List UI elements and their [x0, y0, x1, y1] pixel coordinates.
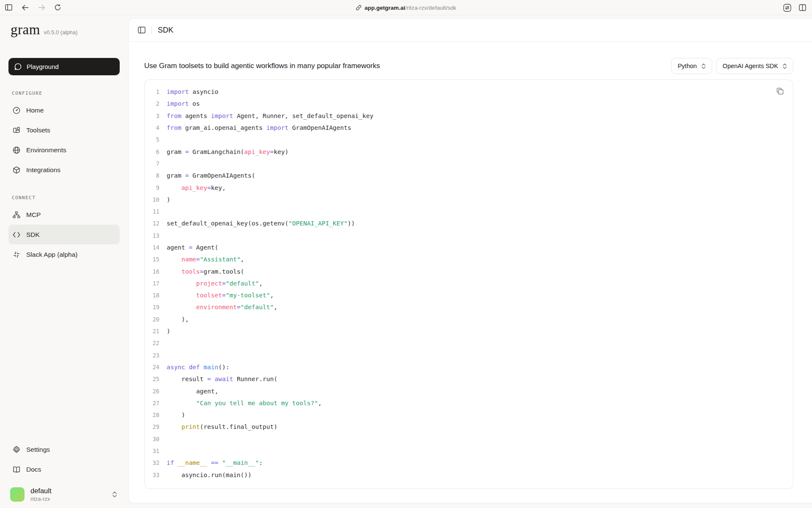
- sidebar: gram v0.5.0 (alpha) Playground CONFIGURE…: [0, 15, 128, 508]
- main-panel: SDK Use Gram toolsets to build agentic w…: [128, 18, 812, 503]
- code-line: 16 tools=gram.tools(: [145, 265, 793, 277]
- sidebar-item-environments[interactable]: Environments: [8, 140, 120, 160]
- project-avatar: [10, 487, 25, 502]
- code-line: 11: [145, 206, 793, 217]
- sidebar-item-docs[interactable]: Docs: [8, 459, 120, 479]
- code-line: 23: [145, 349, 793, 361]
- sidebar-item-home[interactable]: Home: [8, 100, 120, 120]
- copy-icon[interactable]: [776, 88, 784, 95]
- sidebar-item-integrations[interactable]: Integrations: [8, 160, 120, 180]
- code-line: 7: [145, 158, 793, 170]
- chevron-updown-icon: [701, 63, 706, 69]
- code-line: 14agent = Agent(: [145, 242, 793, 253]
- sidebar-item-settings[interactable]: Settings: [8, 439, 120, 459]
- chevron-updown-icon: [112, 491, 117, 498]
- reload-icon[interactable]: [55, 4, 61, 11]
- gauge-icon: [13, 107, 20, 114]
- playground-label: Playground: [27, 63, 59, 70]
- section-label-configure: CONFIGURE: [12, 91, 120, 96]
- playground-button[interactable]: Playground: [8, 58, 120, 75]
- code-line: 13: [145, 230, 793, 242]
- code-line: 10): [145, 194, 793, 206]
- sidebar-item-label: Docs: [26, 466, 41, 473]
- connect-nav: MCP SDK Slack App (alpha): [8, 205, 120, 264]
- book-icon: [13, 466, 20, 473]
- gear-icon: [13, 446, 20, 453]
- code-line: 32if __name__ == "__main__":: [145, 457, 793, 469]
- language-select-value: Python: [678, 63, 697, 69]
- app-version: v0.5.0 (alpha): [44, 29, 78, 36]
- sidebar-item-label: Integrations: [26, 166, 60, 174]
- code-line: 27 "Can you tell me about my tools?",: [145, 397, 793, 409]
- url-bar[interactable]: app.getgram.ai/ritza-rzx/default/sdk: [356, 0, 456, 15]
- sidebar-item-slack-app[interactable]: Slack App (alpha): [8, 244, 120, 264]
- project-name: default: [30, 487, 52, 495]
- page-settings-icon[interactable]: [783, 4, 791, 12]
- code-line: 12set_default_openai_key(os.getenv("OPEN…: [145, 217, 793, 229]
- code-line: 22: [145, 337, 793, 349]
- sidebar-item-sdk[interactable]: SDK: [8, 225, 120, 244]
- browser-sidebar-toggle-icon[interactable]: [5, 4, 12, 11]
- code-line: 26 agent,: [145, 385, 793, 397]
- slack-icon: [13, 251, 20, 258]
- panel-sidebar-toggle-icon[interactable]: [138, 27, 145, 33]
- code-line: 25 result = await Runner.run(: [145, 373, 793, 385]
- language-select[interactable]: Python: [671, 58, 712, 74]
- hierarchy-icon: [13, 211, 20, 219]
- code-line: 6gram = GramLangchain(api_key=key): [145, 146, 793, 157]
- project-org: ritza-rzx: [30, 496, 52, 502]
- sidebar-item-mcp[interactable]: MCP: [8, 205, 120, 225]
- section-label-connect: CONNECT: [12, 195, 120, 200]
- link-icon: [356, 5, 362, 11]
- globe-icon: [13, 146, 20, 154]
- sidebar-item-label: Environments: [26, 146, 66, 154]
- header-divider: [151, 27, 152, 34]
- code-line: 3from agents import Agent, Runner, set_d…: [145, 110, 793, 122]
- code-line: 9 api_key=key,: [145, 181, 793, 193]
- code-line: 1import asyncio: [145, 86, 793, 98]
- forward-icon[interactable]: [38, 5, 45, 11]
- sidebar-item-label: Toolsets: [26, 126, 50, 134]
- configure-nav: Home Toolsets Environments Integrations: [8, 100, 120, 180]
- code-line: 4from gram_ai.openai_agents import GramO…: [145, 122, 793, 134]
- sidebar-item-label: SDK: [26, 231, 40, 239]
- code-line: 31: [145, 445, 793, 457]
- chat-bubble-icon: [14, 63, 22, 70]
- sidebar-item-label: Slack App (alpha): [26, 251, 78, 258]
- sidebar-item-toolsets[interactable]: Toolsets: [8, 120, 120, 140]
- code-line: 29 print(result.final_output): [145, 421, 793, 433]
- code-line: 30: [145, 433, 793, 445]
- sidebar-item-label: MCP: [26, 211, 41, 219]
- framework-select-value: OpenAI Agents SDK: [723, 63, 778, 69]
- grid-squares-icon: [13, 126, 20, 134]
- code-block: 1import asyncio2import os3from agents im…: [144, 80, 793, 489]
- code-line: 2import os: [145, 98, 793, 110]
- code-line: 5: [145, 134, 793, 146]
- code-line: 28 ): [145, 409, 793, 421]
- sidebar-item-label: Home: [26, 107, 44, 114]
- code-line: 18 toolset="my-toolset",: [145, 289, 793, 301]
- browser-chrome: app.getgram.ai/ritza-rzx/default/sdk: [0, 0, 812, 15]
- code-lines: 1import asyncio2import os3from agents im…: [145, 86, 793, 481]
- code-line: 17 project="default",: [145, 277, 793, 289]
- code-line: 19 environment="default",: [145, 301, 793, 313]
- code-line: 21): [145, 325, 793, 337]
- chevron-updown-icon: [782, 63, 787, 69]
- back-icon[interactable]: [22, 5, 29, 11]
- code-line: 20 ),: [145, 313, 793, 325]
- project-switcher[interactable]: default ritza-rzx: [8, 487, 120, 502]
- url-path: /ritza-rzx/default/sdk: [405, 5, 456, 11]
- code-line: 8gram = GramOpenAIAgents(: [145, 170, 793, 181]
- url-host: app.getgram.ai: [365, 5, 405, 11]
- package-icon: [13, 166, 20, 174]
- app-logo: gram: [11, 22, 40, 38]
- code-line: 15 name="Assistant",: [145, 253, 793, 265]
- page-heading: Use Gram toolsets to build agentic workf…: [144, 62, 380, 70]
- code-brackets-icon: [13, 232, 20, 238]
- panel-header: SDK: [129, 19, 812, 42]
- framework-select[interactable]: OpenAI Agents SDK: [716, 58, 793, 74]
- code-line: 33 asyncio.run(main()): [145, 469, 793, 481]
- sidebar-item-label: Settings: [26, 446, 50, 453]
- split-view-icon[interactable]: [799, 4, 806, 11]
- code-line: 24async def main():: [145, 361, 793, 373]
